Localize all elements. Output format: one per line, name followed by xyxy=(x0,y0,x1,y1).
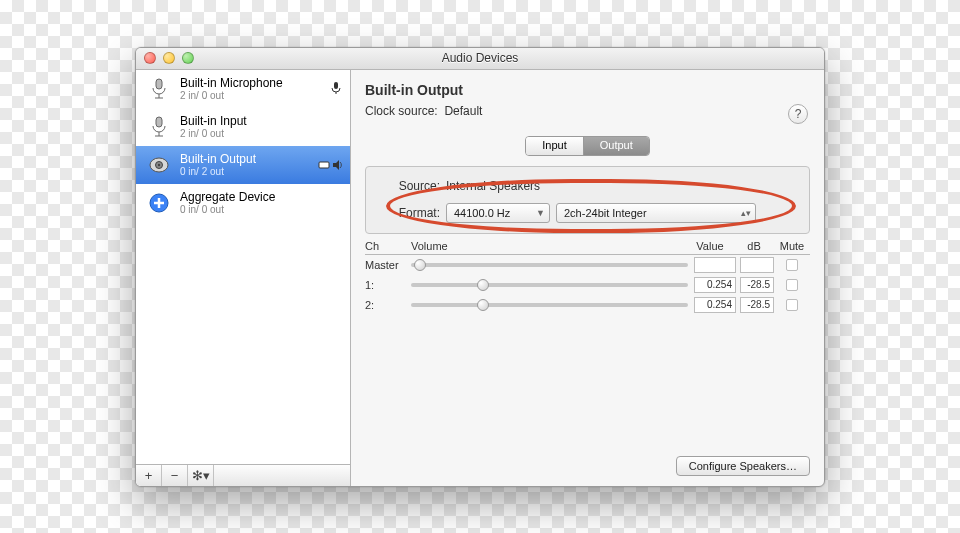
svg-point-10 xyxy=(158,163,160,165)
device-io: 0 in/ 0 out xyxy=(180,204,342,215)
volume-slider-master[interactable] xyxy=(411,263,688,267)
format-label: Format: xyxy=(380,206,440,220)
sidebar-footer: + − ✻▾ xyxy=(136,464,350,486)
window-body: Built-in Microphone 2 in/ 0 out Built-in… xyxy=(136,70,824,486)
microphone-icon xyxy=(146,76,172,102)
chevron-down-icon: ▼ xyxy=(536,208,545,218)
mute-checkbox[interactable] xyxy=(786,279,798,291)
help-button[interactable]: ? xyxy=(788,104,808,124)
bit-depth-value: 2ch-24bit Integer xyxy=(564,207,647,219)
configure-speakers-button[interactable]: Configure Speakers… xyxy=(676,456,810,476)
sample-rate-select[interactable]: 44100.0 Hz▼ xyxy=(446,203,550,223)
db-box[interactable]: -28.5 xyxy=(740,277,774,293)
remove-device-button[interactable]: − xyxy=(162,465,188,486)
speaker-icon xyxy=(146,152,172,178)
device-sidebar: Built-in Microphone 2 in/ 0 out Built-in… xyxy=(136,70,351,486)
value-box[interactable]: 0.254 xyxy=(694,297,736,313)
volume-slider-1[interactable] xyxy=(411,283,688,287)
close-icon[interactable] xyxy=(144,52,156,64)
volume-row-1: 1: 0.254 -28.5 xyxy=(365,275,810,295)
mute-checkbox[interactable] xyxy=(786,259,798,271)
audio-devices-window: Audio Devices Built-in Microphone 2 in/ … xyxy=(135,47,825,487)
add-device-button[interactable]: + xyxy=(136,465,162,486)
svg-rect-5 xyxy=(156,117,162,127)
page-title: Built-in Output xyxy=(365,82,810,98)
volume-header: Ch Volume Value dB Mute xyxy=(365,240,810,255)
col-ch: Ch xyxy=(365,240,411,252)
window-title: Audio Devices xyxy=(136,51,824,65)
clock-source-row: Clock source: Default xyxy=(365,104,810,118)
tab-output[interactable]: Output xyxy=(584,137,649,155)
device-io: 2 in/ 0 out xyxy=(180,128,342,139)
zoom-icon[interactable] xyxy=(182,52,194,64)
updown-icon: ▴▾ xyxy=(741,208,751,218)
device-io: 0 in/ 2 out xyxy=(180,166,310,177)
db-box[interactable] xyxy=(740,257,774,273)
bit-depth-select[interactable]: 2ch-24bit Integer▴▾ xyxy=(556,203,756,223)
device-name: Built-in Output xyxy=(180,152,310,166)
device-item-mic[interactable]: Built-in Microphone 2 in/ 0 out xyxy=(136,70,350,108)
minimize-icon[interactable] xyxy=(163,52,175,64)
traffic-lights xyxy=(136,52,194,64)
col-mute: Mute xyxy=(774,240,810,252)
mute-checkbox[interactable] xyxy=(786,299,798,311)
svg-rect-11 xyxy=(319,162,329,168)
main-panel: Built-in Output Clock source: Default ? … xyxy=(351,70,824,486)
col-db: dB xyxy=(734,240,774,252)
device-item-output[interactable]: Built-in Output 0 in/ 2 out xyxy=(136,146,350,184)
device-item-input[interactable]: Built-in Input 2 in/ 0 out xyxy=(136,108,350,146)
titlebar[interactable]: Audio Devices xyxy=(136,48,824,70)
format-panel: Source: Internal Speakers Format: 44100.… xyxy=(365,166,810,234)
volume-slider-2[interactable] xyxy=(411,303,688,307)
gear-menu-button[interactable]: ✻▾ xyxy=(188,465,214,486)
tab-input[interactable]: Input xyxy=(526,137,583,155)
channel-label: 2: xyxy=(365,299,411,311)
db-box[interactable]: -28.5 xyxy=(740,297,774,313)
device-name: Aggregate Device xyxy=(180,190,342,204)
svg-rect-0 xyxy=(156,79,162,89)
device-item-aggregate[interactable]: Aggregate Device 0 in/ 0 out xyxy=(136,184,350,222)
default-output-badge-icon xyxy=(318,160,342,170)
volume-row-master: Master xyxy=(365,255,810,275)
device-name: Built-in Input xyxy=(180,114,342,128)
device-list: Built-in Microphone 2 in/ 0 out Built-in… xyxy=(136,70,350,464)
volume-table: Ch Volume Value dB Mute Master 1: 0.25 xyxy=(365,240,810,315)
svg-rect-3 xyxy=(334,82,338,89)
clock-source-value: Default xyxy=(444,104,482,118)
source-value: Internal Speakers xyxy=(446,179,540,193)
value-box[interactable]: 0.254 xyxy=(694,277,736,293)
line-in-icon xyxy=(146,114,172,140)
aggregate-icon xyxy=(146,190,172,216)
volume-row-2: 2: 0.254 -28.5 xyxy=(365,295,810,315)
channel-label: Master xyxy=(365,259,411,271)
value-box[interactable] xyxy=(694,257,736,273)
device-name: Built-in Microphone xyxy=(180,76,322,90)
channel-label: 1: xyxy=(365,279,411,291)
col-volume: Volume xyxy=(411,240,686,252)
source-label: Source: xyxy=(380,179,440,193)
default-input-badge-icon xyxy=(330,81,342,97)
device-io: 2 in/ 0 out xyxy=(180,90,322,101)
clock-source-label: Clock source: xyxy=(365,104,438,118)
sample-rate-value: 44100.0 Hz xyxy=(454,207,510,219)
svg-marker-12 xyxy=(333,160,339,170)
col-value: Value xyxy=(686,240,734,252)
io-tabs: Input Output xyxy=(365,136,810,156)
